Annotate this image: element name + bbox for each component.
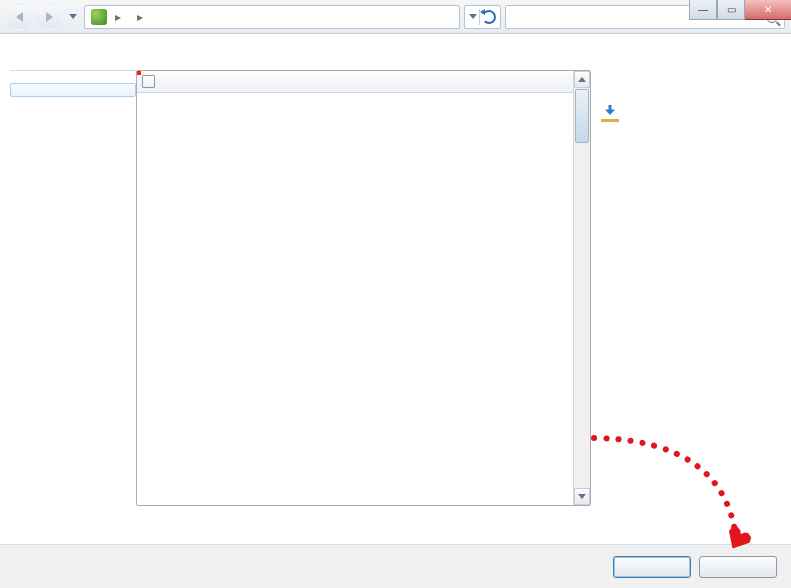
scroll-thumb[interactable] — [575, 89, 589, 143]
breadcrumb-sep-icon — [115, 10, 121, 24]
scroll-up-button[interactable] — [574, 71, 590, 88]
published-line — [601, 84, 773, 98]
nav-history-dropdown[interactable] — [66, 4, 80, 30]
sidebar-item-important[interactable] — [10, 71, 136, 83]
chevron-down-icon — [578, 494, 586, 499]
sidebar-item-optional[interactable] — [10, 83, 136, 97]
sidebar — [10, 70, 136, 506]
chevron-down-icon — [469, 14, 477, 19]
arrow-left-icon — [16, 12, 23, 22]
nav-forward-button[interactable] — [36, 4, 62, 30]
refresh-icon — [482, 10, 496, 24]
cancel-button[interactable] — [699, 556, 777, 578]
breadcrumb-sep-icon — [137, 10, 143, 24]
navbar — [0, 0, 791, 34]
scroll-down-button[interactable] — [574, 488, 590, 505]
nav-back-button[interactable] — [6, 4, 32, 30]
close-button[interactable]: ✕ — [745, 0, 791, 20]
download-icon — [601, 104, 619, 122]
window-controls: — ▭ ✕ — [689, 0, 791, 20]
maximize-button[interactable]: ▭ — [717, 0, 745, 20]
breadcrumb[interactable] — [84, 5, 460, 29]
control-panel-icon — [91, 9, 107, 25]
details-panel — [591, 70, 781, 506]
footer — [0, 544, 791, 588]
ok-button[interactable] — [613, 556, 691, 578]
ready-status — [601, 104, 773, 122]
arrow-right-icon — [46, 12, 53, 22]
refresh-button-group[interactable] — [464, 5, 501, 29]
chevron-down-icon — [69, 14, 77, 19]
minimize-button[interactable]: — — [689, 0, 717, 20]
chevron-up-icon — [578, 77, 586, 82]
update-list — [136, 70, 591, 506]
page-title — [10, 44, 781, 70]
vertical-scrollbar[interactable] — [573, 71, 590, 505]
list-header — [137, 71, 590, 93]
header-checkbox[interactable] — [137, 75, 159, 88]
